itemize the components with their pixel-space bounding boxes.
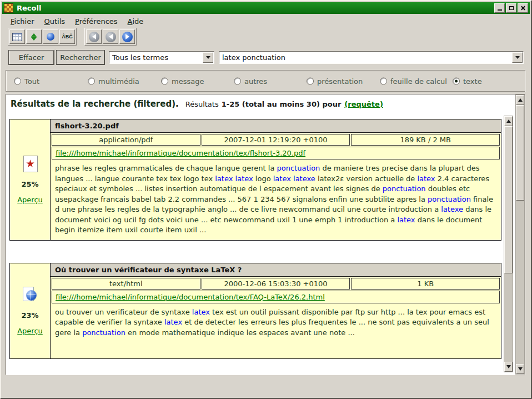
scrollbar-track[interactable] — [516, 105, 524, 364]
radio-icon — [307, 77, 314, 84]
results-area: Résultats de la recherche (filtered). Ré… — [6, 94, 525, 375]
term-explorer-button[interactable]: ÂBĈ — [59, 29, 75, 44]
scroll-down-button[interactable] — [504, 362, 513, 372]
arrow-down-icon — [506, 365, 511, 368]
result-list: 25% Aperçu flshort-3.20.pdf application/… — [8, 116, 513, 372]
result-date: 2000-12-06 15:03:30 +0100 — [202, 278, 350, 290]
clear-button[interactable]: Effacer — [9, 51, 54, 64]
filter-label: message — [172, 77, 204, 85]
close-button[interactable] — [518, 3, 528, 13]
result-date: 2007-12-01 12:19:20 +0100 — [202, 134, 350, 146]
filter-radio-tout[interactable]: Tout — [14, 77, 39, 85]
result-row-2: 23% Aperçu Où trouver un vérificateur de… — [9, 263, 501, 359]
filter-radio-texte[interactable]: texte — [453, 77, 482, 85]
filter-label: feuille de calcul — [390, 77, 447, 85]
search-mode-select[interactable]: Tous les termes — [109, 51, 214, 64]
arrow-up-icon — [518, 98, 523, 102]
maximize-icon — [509, 6, 514, 10]
clear-search-button[interactable] — [9, 29, 25, 44]
scroll-down-button[interactable] — [516, 364, 524, 374]
filter-radio-feuille-de-calcul[interactable]: feuille de calcul — [380, 77, 447, 85]
filter-radio-multimedia[interactable]: multimédia — [88, 77, 139, 85]
toolbar-group-nav — [84, 28, 137, 46]
results-prefix: Résultats — [185, 100, 219, 108]
results-page-scrollbar[interactable] — [515, 94, 525, 375]
next-page-button[interactable] — [119, 29, 135, 44]
result-url-link[interactable]: file:///home/michael/informatique/docume… — [56, 149, 305, 157]
result-side-panel: 25% Aperçu — [10, 119, 51, 240]
filter-label: autres — [244, 77, 267, 85]
sort-arrows-icon — [31, 33, 37, 41]
menu-preferences[interactable]: Préférences — [70, 16, 122, 27]
result-body: Où trouver un vérificateur de syntaxe La… — [51, 263, 501, 358]
result-mime: application/pdf — [52, 134, 200, 146]
menu-aide[interactable]: Aide — [123, 16, 149, 27]
result-body: flshort-3.20.pdf application/pdf 2007-12… — [51, 119, 501, 240]
scrollbar-track[interactable] — [504, 126, 513, 362]
result-size: 1 KB — [351, 278, 500, 290]
result-title: flshort-3.20.pdf — [51, 119, 501, 133]
scroll-up-button[interactable] — [504, 116, 513, 126]
result-list-scrollbar[interactable] — [504, 116, 513, 372]
results-title: Résultats de la recherche (filtered). — [11, 99, 179, 109]
search-query-input[interactable]: latex ponctuation — [219, 51, 524, 64]
chevron-down-icon — [515, 56, 520, 59]
results-range: 1-25 (total au moins 30) pour — [222, 100, 342, 108]
minimize-icon — [498, 9, 502, 11]
back-arrow-icon — [106, 32, 116, 42]
menu-fichier[interactable]: Fichier — [6, 16, 39, 27]
recoll-app-icon — [4, 3, 13, 13]
window-controls — [494, 3, 528, 13]
menu-outils[interactable]: Outils — [39, 16, 71, 27]
query-link[interactable]: (requête) — [344, 100, 383, 108]
scrollbar-thumb[interactable] — [516, 105, 524, 201]
prev-page-button[interactable] — [103, 29, 118, 44]
toolbar: ÂBĈ — [2, 27, 530, 46]
result-url-link[interactable]: file:///home/michael/informatique/docume… — [56, 293, 325, 301]
recoll-window: Recoll Fichier Outils Préférences Aide Â… — [0, 0, 532, 399]
filter-radio-autres[interactable]: autres — [234, 77, 267, 85]
radio-icon — [161, 77, 168, 84]
scrollbar-thumb[interactable] — [504, 126, 513, 273]
filter-radio-presentation[interactable]: présentation — [307, 77, 363, 85]
result-meta-row: application/pdf 2007-12-01 12:19:20 +010… — [51, 133, 501, 147]
toolbar-group-main: ÂBĈ — [8, 28, 77, 46]
result-snippet: phrase les regles grammaticales de chaqu… — [51, 161, 501, 240]
forward-arrow-icon — [122, 32, 133, 42]
result-side-panel: 23% Aperçu — [10, 263, 51, 358]
preview-link[interactable]: Aperçu — [17, 196, 43, 204]
preview-link[interactable]: Aperçu — [17, 327, 43, 335]
filter-label: multimédia — [98, 77, 139, 85]
result-snippet: ou trouver un verificateur de syntaxe la… — [51, 305, 501, 358]
scroll-up-button[interactable] — [516, 95, 524, 105]
query-details-button[interactable] — [43, 29, 58, 44]
filter-label: Tout — [24, 77, 39, 85]
arrow-down-icon — [518, 367, 523, 371]
result-url-row: file:///home/michael/informatique/docume… — [52, 147, 500, 159]
search-mode-value: Tous les termes — [112, 52, 203, 63]
search-button[interactable]: Rechercher — [57, 51, 104, 64]
result-title: Où trouver un vérificateur de syntaxe La… — [51, 263, 501, 277]
category-filter-panel: Tout multimédia message autres présentat… — [6, 70, 525, 92]
result-mime: text/html — [52, 278, 200, 290]
sort-by-dates-button[interactable] — [26, 29, 42, 44]
results-header: Résultats de la recherche (filtered). Ré… — [11, 99, 511, 109]
radio-icon — [14, 77, 21, 84]
dropdown-button[interactable] — [203, 52, 213, 63]
filter-radio-message[interactable]: message — [161, 77, 204, 85]
menu-bar: Fichier Outils Préférences Aide — [2, 15, 530, 27]
radio-icon — [453, 77, 460, 84]
globe-icon — [22, 286, 38, 304]
window-title: Recoll — [17, 4, 494, 12]
maximize-button[interactable] — [506, 3, 516, 13]
search-query-value: latex ponctuation — [222, 52, 512, 63]
filter-label: texte — [463, 77, 482, 85]
title-bar[interactable]: Recoll — [2, 2, 530, 14]
arrow-up-icon — [506, 119, 511, 123]
first-page-button[interactable] — [86, 29, 102, 44]
radio-icon — [234, 77, 241, 84]
minimize-button[interactable] — [494, 3, 505, 13]
radio-icon — [380, 77, 387, 84]
blue-sphere-icon — [47, 33, 54, 41]
dropdown-button[interactable] — [512, 52, 523, 63]
